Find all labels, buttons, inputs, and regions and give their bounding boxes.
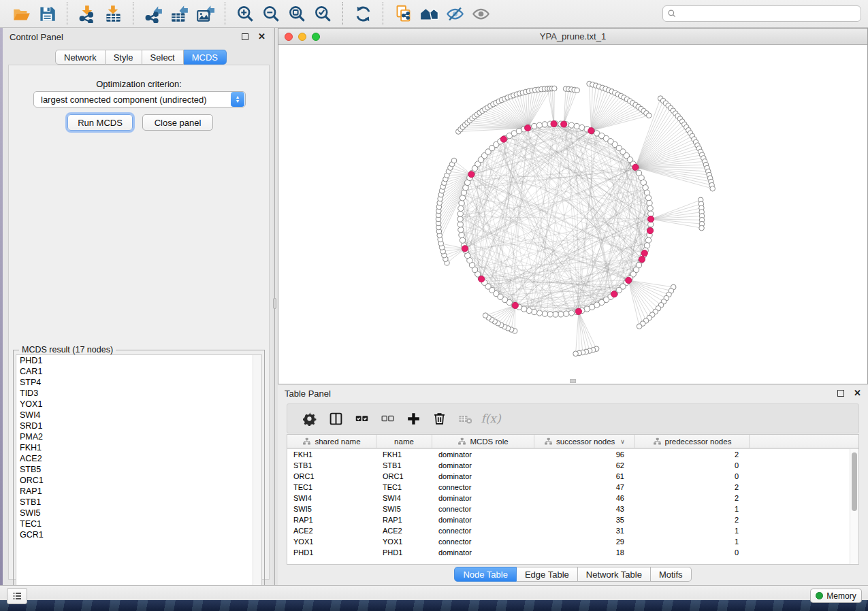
save-session-icon[interactable]	[34, 2, 60, 25]
table-cell[interactable]: 29	[534, 536, 635, 547]
table-cell[interactable]: ORC1	[376, 471, 432, 482]
table-cell[interactable]: 31	[534, 525, 635, 536]
mcds-result-item[interactable]: TID3	[16, 388, 261, 399]
table-cell[interactable]: 2	[635, 514, 750, 525]
hide-selected-icon[interactable]	[442, 2, 468, 25]
close-panel-button[interactable]: Close panel	[142, 114, 213, 131]
panel-splitter[interactable]	[272, 28, 278, 585]
table-row[interactable]: ACE2ACE2connector311	[287, 525, 850, 536]
mcds-result-item[interactable]: SWI4	[16, 410, 261, 420]
float-window-icon[interactable]	[242, 33, 248, 40]
table-cell[interactable]: 47	[534, 482, 635, 493]
table-cell[interactable]: connector	[432, 536, 534, 547]
network-window-titlebar[interactable]: YPA_prune.txt_1	[278, 29, 867, 45]
table-cell[interactable]: 61	[534, 471, 635, 482]
open-file-icon[interactable]	[8, 2, 34, 25]
select-all-icon[interactable]	[349, 406, 374, 431]
close-table-panel-icon[interactable]: ✕	[854, 390, 861, 397]
table-cell[interactable]: dominator	[432, 471, 534, 482]
table-cell[interactable]: connector	[432, 503, 534, 514]
table-cell[interactable]: ACE2	[287, 525, 376, 536]
table-cell[interactable]: 35	[534, 514, 635, 525]
export-network-icon[interactable]	[140, 2, 166, 25]
settings-gear-icon[interactable]	[297, 406, 323, 431]
table-cell[interactable]: 62	[534, 460, 635, 471]
add-column-icon[interactable]	[400, 406, 426, 431]
mcds-result-item[interactable]: STB1	[16, 497, 261, 508]
close-window-icon[interactable]	[285, 33, 293, 41]
export-image-icon[interactable]	[192, 2, 218, 25]
table-cell[interactable]: YOX1	[376, 536, 432, 547]
show-all-icon[interactable]	[468, 2, 494, 25]
mcds-result-item[interactable]: STP4	[16, 377, 261, 388]
table-cell[interactable]: STB1	[287, 460, 376, 471]
table-cell[interactable]: ORC1	[287, 471, 376, 482]
table-cell[interactable]: SWI5	[376, 503, 432, 514]
table-cell[interactable]: FKH1	[376, 449, 432, 460]
mcds-result-item[interactable]: YOX1	[16, 399, 261, 410]
import-table-icon[interactable]	[100, 2, 126, 25]
table-cell[interactable]: YOX1	[287, 536, 376, 547]
mcds-result-item[interactable]: STB5	[16, 464, 261, 475]
result-list-scrollbar[interactable]	[253, 355, 261, 597]
column-header-shared-name[interactable]: shared name	[287, 435, 376, 448]
table-row[interactable]: FKH1FKH1dominator962	[287, 449, 850, 460]
export-table-icon[interactable]	[166, 2, 192, 25]
column-header-MCDS-role[interactable]: MCDS role	[432, 435, 534, 448]
table-cell[interactable]: RAP1	[287, 514, 376, 525]
table-cell[interactable]: SWI4	[376, 493, 432, 503]
column-header-name[interactable]: name	[376, 435, 432, 448]
tab-node-table[interactable]: Node Table	[454, 567, 517, 582]
table-cell[interactable]: 0	[635, 460, 750, 471]
function-builder-icon[interactable]: f(x)	[478, 406, 504, 431]
mcds-result-item[interactable]: SWI5	[16, 508, 261, 518]
table-cell[interactable]: PHD1	[376, 547, 432, 558]
table-cell[interactable]: SWI4	[287, 493, 376, 503]
network-canvas[interactable]	[278, 45, 867, 384]
table-scrollbar-thumb[interactable]	[852, 452, 857, 511]
zoom-selected-icon[interactable]	[310, 2, 336, 25]
table-cell[interactable]: connector	[432, 482, 534, 493]
table-row[interactable]: ORC1ORC1dominator610	[287, 471, 850, 482]
tab-network[interactable]: Network	[55, 50, 106, 65]
mcds-result-item[interactable]: RAP1	[16, 486, 261, 497]
table-cell[interactable]: dominator	[432, 514, 534, 525]
table-scrollbar[interactable]	[850, 449, 858, 564]
mcds-result-item[interactable]: SRD1	[16, 420, 261, 431]
mcds-result-item[interactable]: ORC1	[16, 475, 261, 486]
table-row[interactable]: YOX1YOX1connector291	[287, 536, 850, 547]
first-neighbors-icon[interactable]	[416, 2, 442, 25]
delete-columns-icon[interactable]	[426, 406, 452, 431]
table-row[interactable]: RAP1RAP1dominator352	[287, 514, 850, 525]
mcds-result-item[interactable]: PHD1	[16, 355, 261, 366]
table-cell[interactable]: 0	[635, 471, 750, 482]
table-cell[interactable]: PHD1	[287, 547, 376, 558]
tab-mcds[interactable]: MCDS	[184, 50, 227, 65]
table-cell[interactable]: 46	[534, 493, 635, 503]
table-row[interactable]: SWI4SWI4dominator462	[287, 493, 850, 503]
zoom-in-icon[interactable]	[232, 2, 258, 25]
table-cell[interactable]: SWI5	[287, 503, 376, 514]
table-cell[interactable]: 1	[635, 503, 750, 514]
canvas-resize-handle[interactable]	[570, 379, 576, 383]
table-cell[interactable]: 1	[635, 536, 750, 547]
tab-network-table[interactable]: Network Table	[578, 567, 651, 582]
table-cell[interactable]: TEC1	[376, 482, 432, 493]
table-cell[interactable]: dominator	[432, 493, 534, 503]
duplicate-network-icon[interactable]	[390, 2, 416, 25]
mcds-result-item[interactable]: GCR1	[16, 529, 261, 540]
float-table-panel-icon[interactable]	[837, 390, 844, 397]
tab-edge-table[interactable]: Edge Table	[517, 567, 578, 582]
table-cell[interactable]: 18	[534, 547, 635, 558]
table-cell[interactable]: TEC1	[287, 482, 376, 493]
zoom-out-icon[interactable]	[258, 2, 284, 25]
table-cell[interactable]: FKH1	[287, 449, 376, 460]
table-cell[interactable]: STB1	[376, 460, 432, 471]
memory-button[interactable]: Memory	[810, 589, 862, 603]
import-network-icon[interactable]	[74, 2, 100, 25]
column-header-predecessor-nodes[interactable]: predecessor nodes	[635, 435, 750, 448]
table-cell[interactable]: connector	[432, 525, 534, 536]
table-row[interactable]: SWI5SWI5connector431	[287, 503, 850, 514]
table-cell[interactable]: ACE2	[376, 525, 432, 536]
delete-table-icon[interactable]	[452, 406, 478, 431]
